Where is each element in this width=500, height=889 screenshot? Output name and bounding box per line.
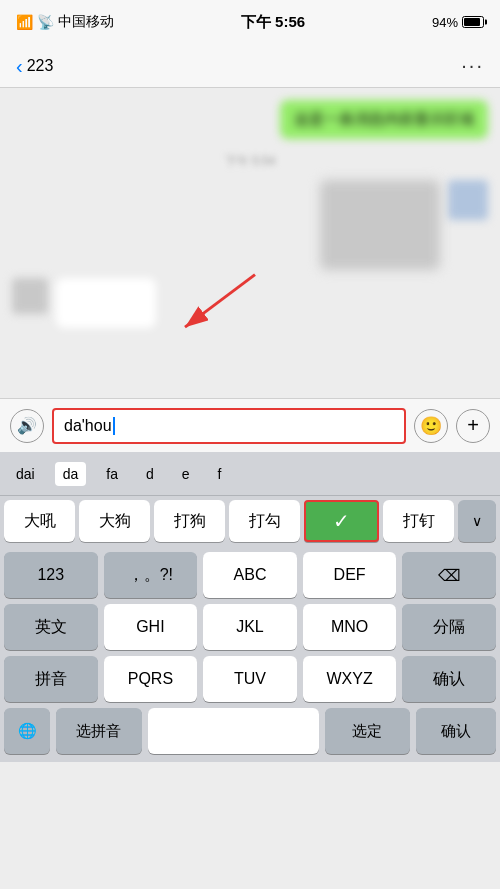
- back-count: 223: [27, 57, 54, 75]
- expand-button[interactable]: ∨: [458, 500, 496, 542]
- key-confirm-right[interactable]: 确认: [402, 656, 496, 702]
- sent-bubble-content: 这是一条消息内容显示区域: [280, 100, 488, 139]
- keyboard-row-3: 拼音 PQRS TUV WXYZ 确认: [0, 650, 500, 702]
- keyboard-bottom-row: 🌐 选拼音 选定 确认: [0, 702, 500, 762]
- prediction-bar: dai da fa d e f: [0, 452, 500, 496]
- key-pinyin[interactable]: 拼音: [4, 656, 98, 702]
- key-abc[interactable]: ABC: [203, 552, 297, 598]
- wifi-icon: 📡: [37, 14, 54, 30]
- status-carrier: 📶 📡 中国移动: [16, 13, 114, 31]
- key-select[interactable]: 选定: [325, 708, 411, 754]
- suggestion-dading[interactable]: 打钉: [383, 500, 454, 542]
- key-jkl[interactable]: JKL: [203, 604, 297, 650]
- expand-icon: ∨: [472, 513, 482, 529]
- status-bar: 📶 📡 中国移动 下午 5:56 94%: [0, 0, 500, 44]
- key-mno[interactable]: MNO: [303, 604, 397, 650]
- text-cursor: [113, 417, 115, 435]
- image-bubble: [320, 180, 440, 270]
- key-delete[interactable]: ⌫: [402, 552, 496, 598]
- pred-fa[interactable]: fa: [98, 462, 126, 486]
- voice-icon: 🔊: [17, 416, 37, 435]
- suggestion-dagou2[interactable]: 打狗: [154, 500, 225, 542]
- voice-button[interactable]: 🔊: [10, 409, 44, 443]
- delete-icon: ⌫: [438, 566, 461, 585]
- key-tuv[interactable]: TUV: [203, 656, 297, 702]
- battery-icon: [462, 16, 484, 28]
- emoji-button[interactable]: 🙂: [414, 409, 448, 443]
- carrier-text: 中国移动: [58, 13, 114, 31]
- pred-dai[interactable]: dai: [8, 462, 43, 486]
- avatar-left: [12, 278, 48, 314]
- sent-bubble: 这是一条消息内容显示区域: [12, 100, 488, 139]
- keyboard: dai da fa d e f 大吼 大狗 打狗 打勾 ✓ 打钉 ∨ 123 ，: [0, 452, 500, 762]
- suggestion-text: 打勾: [249, 511, 281, 532]
- received-message-area: [12, 180, 488, 270]
- key-separate[interactable]: 分隔: [402, 604, 496, 650]
- key-confirm-bottom[interactable]: 确认: [416, 708, 496, 754]
- key-123[interactable]: 123: [4, 552, 98, 598]
- globe-icon: 🌐: [18, 722, 37, 740]
- add-icon: +: [467, 414, 479, 437]
- pred-d[interactable]: d: [138, 462, 162, 486]
- nav-bar: ‹ 223 ···: [0, 44, 500, 88]
- status-right: 94%: [432, 15, 484, 30]
- key-pqrs[interactable]: PQRS: [104, 656, 198, 702]
- pred-e[interactable]: e: [174, 462, 198, 486]
- suggestion-dagou[interactable]: 大狗: [79, 500, 150, 542]
- emoji-icon: 🙂: [420, 415, 442, 437]
- input-text: da'hou: [64, 417, 112, 435]
- key-english[interactable]: 英文: [4, 604, 98, 650]
- svg-line-1: [185, 275, 255, 328]
- avatar: [448, 180, 488, 220]
- suggestions-row: 大吼 大狗 打狗 打勾 ✓ 打钉 ∨: [0, 496, 500, 546]
- suggestion-dagou3[interactable]: 打勾: [229, 500, 300, 542]
- battery-text: 94%: [432, 15, 458, 30]
- key-def[interactable]: DEF: [303, 552, 397, 598]
- suggestion-dahou[interactable]: 大吼: [4, 500, 75, 542]
- input-area: 🔊 da'hou 🙂 +: [0, 398, 500, 452]
- keyboard-row-2: 英文 GHI JKL MNO 分隔: [0, 598, 500, 650]
- suggestion-highlighted[interactable]: ✓: [304, 500, 379, 542]
- key-globe[interactable]: 🌐: [4, 708, 50, 754]
- key-space[interactable]: [148, 708, 319, 754]
- red-arrow-indicator: [160, 263, 280, 333]
- key-wxyz[interactable]: WXYZ: [303, 656, 397, 702]
- add-button[interactable]: +: [456, 409, 490, 443]
- check-icon: ✓: [333, 509, 350, 533]
- key-punct[interactable]: ，。?!: [104, 552, 198, 598]
- suggestion-text: 大吼: [24, 511, 56, 532]
- key-ghi[interactable]: GHI: [104, 604, 198, 650]
- status-time: 下午 5:56: [241, 13, 305, 32]
- back-button[interactable]: ‹ 223: [16, 56, 53, 76]
- signal-icon: 📶: [16, 14, 33, 30]
- suggestion-text: 大狗: [99, 511, 131, 532]
- more-button[interactable]: ···: [461, 54, 484, 77]
- text-bubble-left: [56, 278, 156, 328]
- pred-f[interactable]: f: [210, 462, 230, 486]
- chat-area: 这是一条消息内容显示区域 下午 5:54: [0, 88, 500, 398]
- suggestion-text: 打狗: [174, 511, 206, 532]
- suggestion-text: 打钉: [403, 511, 435, 532]
- text-input[interactable]: da'hou: [52, 408, 406, 444]
- pred-da[interactable]: da: [55, 462, 87, 486]
- back-chevron-icon: ‹: [16, 56, 23, 76]
- key-select-pinyin[interactable]: 选拼音: [56, 708, 142, 754]
- keyboard-row-1: 123 ，。?! ABC DEF ⌫: [0, 546, 500, 598]
